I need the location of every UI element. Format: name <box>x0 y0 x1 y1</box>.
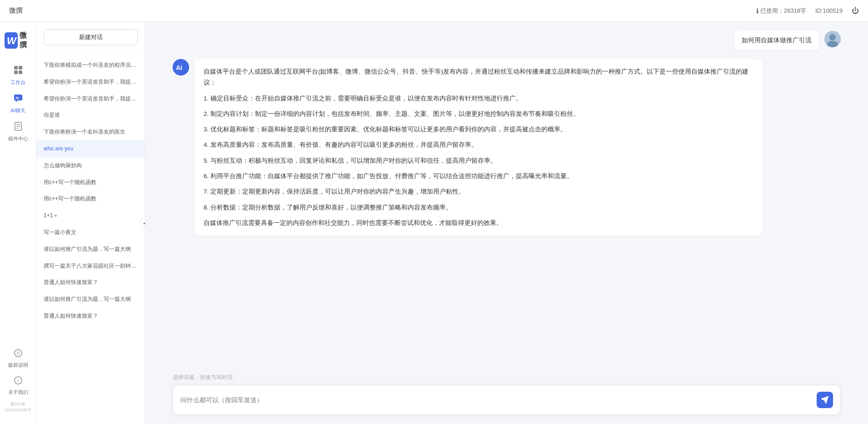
chat-area: 如何用自媒体做推广引流 AI <box>145 22 868 424</box>
user-message: 如何用自媒体做推广引流 <box>173 31 841 50</box>
user-message-content: 如何用自媒体做推广引流 <box>734 31 819 50</box>
input-box <box>173 385 841 415</box>
svg-text:W: W <box>7 35 17 46</box>
ai-paragraph: 自媒体平台是个人或团队通过互联网平台(如博客、微博、微信公众号、抖音、快手等)发… <box>204 66 753 89</box>
workbench-icon <box>13 65 23 77</box>
sidebar-item-workbench[interactable]: 工作台 <box>4 64 33 87</box>
svg-rect-2 <box>19 66 22 70</box>
topbar-right: ℹ 已使用：28318字 ID:100519 ⏻ <box>756 7 859 15</box>
ai-paragraph: 自媒体推广引流需要具备一定的内容创作和社交能力，同时也需要不断尝试和优化，才能取… <box>204 218 753 229</box>
sidebar-list-item[interactable]: 用c++写一个随机函数 <box>36 190 145 207</box>
sidebar-list-item[interactable]: 请以如何推广引流为题，写一篇大纲 <box>36 291 145 308</box>
svg-point-17 <box>829 34 836 40</box>
workbench-label: 工作台 <box>10 79 25 86</box>
sidebar-list-item[interactable]: 普通人如何快速致富？ <box>36 308 145 324</box>
sidebar-item-copyright[interactable]: © 版权说明 <box>4 347 33 370</box>
svg-text:AI: AI <box>15 96 19 100</box>
chat-input[interactable] <box>180 396 811 404</box>
sidebar-list-item[interactable]: 希望你扮演一个英语发音助手，我提供给你... <box>36 90 145 107</box>
svg-marker-6 <box>15 100 17 102</box>
ai-paragraph: 6. 利用平台推广功能：自媒体平台都提供了推广功能，如广告投放、付费推广等，可以… <box>204 171 753 182</box>
sidebar-list-item[interactable]: 写一篇小黄文 <box>36 224 145 241</box>
sidebar-list: 下面你将模拟成一个叫圣友的程序员，我说...希望你扮演一个英语发音助手，我提供给… <box>36 53 145 424</box>
drafts-icon <box>13 121 23 134</box>
sidebar-list-item[interactable]: 希望你扮演一个英语发音助手，我提供给你... <box>36 74 145 90</box>
svg-text:©: © <box>16 351 20 356</box>
sidebar-list-item[interactable]: 请以如何推广引流为题，写一篇大纲 <box>36 241 145 258</box>
ai-paragraph: 8. 分析数据：定期分析数据，了解用户反馈和喜好，以便调整推广策略和内容发布频率… <box>204 202 753 213</box>
ai-paragraph: 7. 定期更新：定期更新内容，保持活跃度，可以让用户对你的内容产生兴趣，增加用户… <box>204 186 753 197</box>
copyright-icon: © <box>14 349 23 360</box>
sidebar-item-ai-chat[interactable]: AI AI聊天 <box>4 92 33 115</box>
sidebar-list-item[interactable]: 普通人如何快速致富？ <box>36 274 145 291</box>
ai-paragraph: 3. 优化标题和标签：标题和标签是吸引粉丝的重要因素。优化标题和标签可以让更多的… <box>204 124 753 135</box>
ai-paragraph: 4. 发布高质量内容：发布高质量、有价值、有趣的内容可以吸引更多的粉丝，并提高用… <box>204 140 753 150</box>
ai-message: AI 自媒体平台是个人或团队通过互联网平台(如博客、微博、微信公众号、抖音、快手… <box>173 59 841 236</box>
sidebar-list-item[interactable]: 1+1＝ <box>36 207 145 224</box>
topbar-title: 微撰 <box>9 6 23 15</box>
topbar: 微撰 ℹ 已使用：28318字 ID:100519 ⏻ <box>0 0 868 22</box>
new-chat-button[interactable]: 新建对话 <box>44 29 138 45</box>
user-avatar <box>824 31 841 47</box>
sidebar-list-item[interactable]: 撰写一篇关于八大家花园社区一刻钟便民生... <box>36 258 145 274</box>
usage-icon: ℹ <box>756 7 758 15</box>
logo-text: 微撰 <box>20 31 31 50</box>
user-avatar-img <box>824 31 841 47</box>
logo-w-icon: W <box>5 32 18 49</box>
ai-paragraph: 5. 与粉丝互动：积极与粉丝互动，回复评论和私信，可以增加用户对你的认可和信任，… <box>204 155 753 166</box>
quick-topics: 选择话题，快速与我对话： <box>173 374 841 381</box>
nav-bottom: © 版权说明 i 关于我们 冀ICP备2022015848号 <box>4 347 33 424</box>
main-layout: W 微撰 工作台 AI <box>0 22 868 424</box>
power-icon[interactable]: ⏻ <box>852 7 859 15</box>
drafts-label: 稿件中心 <box>8 135 28 142</box>
sidebar-list-item[interactable]: 下面你将扮演一个名叫圣友的医生 <box>36 124 145 140</box>
sidebar-list-item[interactable]: 下面你将模拟成一个叫圣友的程序员，我说... <box>36 57 145 74</box>
sidebar: 新建对话 下面你将模拟成一个叫圣友的程序员，我说...希望你扮演一个英语发音助手… <box>36 22 145 424</box>
sidebar-item-drafts[interactable]: 稿件中心 <box>4 120 33 144</box>
ai-chat-label: AI聊天 <box>10 107 25 114</box>
icp-text: 冀ICP备2022015848号 <box>4 401 33 415</box>
usage-text: 已使用：28318字 <box>760 7 806 15</box>
ai-paragraph: 1. 确定目标受众：在开始自媒体推广引流之前，需要明确目标受众是谁，以便在发布内… <box>204 93 753 104</box>
topbar-usage: ℹ 已使用：28318字 <box>756 7 806 15</box>
ai-chat-icon: AI <box>13 93 23 105</box>
about-icon: i <box>14 376 23 387</box>
ai-avatar: AI <box>173 59 189 75</box>
send-button[interactable] <box>817 392 833 408</box>
about-label: 关于我们 <box>8 389 28 396</box>
topbar-id: ID:100519 <box>815 7 843 14</box>
svg-rect-3 <box>14 70 18 74</box>
svg-text:AI: AI <box>176 64 182 71</box>
copyright-label: 版权说明 <box>8 362 28 369</box>
sidebar-list-item[interactable]: 用c++写一个随机函数 <box>36 174 145 191</box>
left-nav: W 微撰 工作台 AI <box>0 22 36 424</box>
svg-rect-4 <box>19 70 22 74</box>
sidebar-list-item[interactable]: 怎么做狗屎炒肉 <box>36 157 145 174</box>
logo-area: W 微撰 <box>0 31 36 59</box>
svg-rect-1 <box>14 66 18 70</box>
sidebar-list-item[interactable]: 你是谁 <box>36 107 145 124</box>
ai-paragraph: 2. 制定内容计划：制定一份详细的内容计划，包括发布时间、频率、主题、文案、图片… <box>204 109 753 120</box>
ai-message-content: 自媒体平台是个人或团队通过互联网平台(如博客、微博、微信公众号、抖音、快手等)发… <box>195 59 763 236</box>
svg-text:i: i <box>17 378 18 383</box>
chat-messages: 如何用自媒体做推广引流 AI <box>145 22 868 368</box>
sidebar-item-about[interactable]: i 关于我们 <box>4 374 33 398</box>
sidebar-list-item[interactable]: who are you <box>36 140 145 157</box>
chat-input-area: 选择话题，快速与我对话： <box>145 368 868 424</box>
sidebar-header: 新建对话 <box>36 22 145 53</box>
